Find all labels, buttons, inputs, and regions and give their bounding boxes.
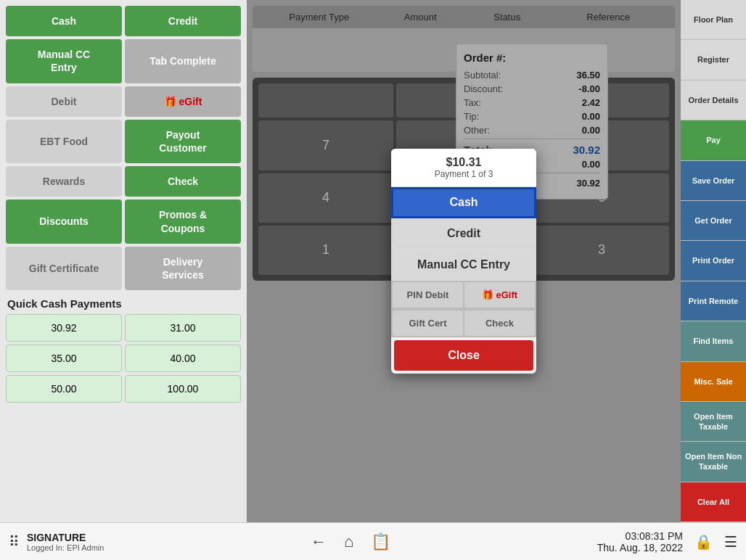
quick-cash-5000[interactable]: 50.00 (6, 375, 122, 403)
brand-name: SIGNATURE (27, 532, 104, 543)
bottom-right: 03:08:31 PM Thu. Aug. 18, 2022 🔒 ☰ (597, 530, 737, 553)
popup-row-1: PIN Debit 🎁 eGift (391, 281, 536, 309)
popup-row-2: Gift Cert Check (391, 309, 536, 337)
right-panel: Floor Plan Register Order Details Pay Sa… (681, 0, 746, 522)
quick-cash-title: Quick Cash Payments (6, 297, 241, 310)
popup-header: $10.31 Payment 1 of 3 (391, 149, 536, 187)
check-button[interactable]: Check (125, 166, 241, 197)
quick-cash-3092[interactable]: 30.92 (6, 314, 122, 342)
quick-cash-grid: 30.92 31.00 35.00 40.00 50.00 100.00 (6, 314, 241, 403)
lock-icon[interactable]: 🔒 (694, 533, 713, 551)
payment-select-popup: $10.31 Payment 1 of 3 Cash Credit Manual… (391, 149, 536, 374)
popup-gift-cert-option[interactable]: Gift Cert (393, 310, 463, 336)
debit-button[interactable]: Debit (6, 86, 122, 117)
popup-subtitle: Payment 1 of 3 (398, 169, 529, 179)
pay-button[interactable]: Pay (681, 120, 746, 160)
register-nav-button[interactable]: 📋 (371, 532, 390, 551)
discounts-button[interactable]: Discounts (6, 199, 122, 243)
back-button[interactable]: ← (311, 532, 327, 551)
credit-button[interactable]: Credit (125, 6, 241, 36)
quick-cash-3500[interactable]: 35.00 (6, 345, 122, 372)
payment-buttons-grid: Cash Credit Manual CC Entry Tab Complete… (6, 6, 241, 290)
popup-close-button[interactable]: Close (394, 340, 533, 371)
cash-button[interactable]: Cash (6, 6, 122, 36)
quick-cash-10000[interactable]: 100.00 (125, 375, 241, 403)
rewards-button[interactable]: Rewards (6, 166, 122, 197)
bottom-bar: ⠿ SIGNATURE Logged In: EPI Admin ← ⌂ 📋 0… (0, 522, 746, 560)
misc-sale-button[interactable]: Misc. Sale (681, 362, 746, 402)
home-button[interactable]: ⌂ (344, 532, 353, 551)
payout-customer-button[interactable]: Payout Customer (125, 120, 241, 163)
quick-cash-3100[interactable]: 31.00 (125, 314, 241, 342)
print-order-button[interactable]: Print Order (681, 241, 746, 281)
open-item-non-taxable-button[interactable]: Open Item Non Taxable (681, 442, 746, 482)
time-value: 03:08:31 PM (597, 530, 683, 542)
tab-complete-button[interactable]: Tab Complete (125, 39, 241, 83)
egift-button[interactable]: 🎁 eGift (125, 86, 241, 117)
promos-coupons-button[interactable]: Promos & Coupons (125, 199, 241, 243)
brand-info: SIGNATURE Logged In: EPI Admin (27, 532, 104, 552)
order-details-button[interactable]: Order Details (681, 81, 746, 120)
register-button[interactable]: Register (681, 40, 746, 80)
popup-cash-option[interactable]: Cash (391, 187, 536, 218)
quick-cash-section: Quick Cash Payments 30.92 31.00 35.00 40… (6, 297, 241, 403)
hamburger-menu-icon[interactable]: ☰ (724, 533, 737, 551)
popup-check-option[interactable]: Check (464, 310, 535, 336)
ebt-food-button[interactable]: EBT Food (6, 120, 122, 163)
popup-egift-option[interactable]: 🎁 eGift (464, 282, 535, 308)
save-order-button[interactable]: Save Order (681, 161, 746, 201)
find-items-button[interactable]: Find Items (681, 321, 746, 361)
print-remote-button[interactable]: Print Remote (681, 281, 746, 321)
delivery-services-button[interactable]: Delivery Services (125, 247, 241, 290)
bottom-left: ⠿ SIGNATURE Logged In: EPI Admin (9, 532, 104, 552)
manual-cc-button[interactable]: Manual CC Entry (6, 39, 122, 83)
open-item-taxable-button[interactable]: Open Item Taxable (681, 402, 746, 442)
popup-credit-option[interactable]: Credit (391, 218, 536, 250)
logged-in-label: Logged In: EPI Admin (27, 543, 104, 552)
clock-display: 03:08:31 PM Thu. Aug. 18, 2022 (597, 530, 683, 553)
left-panel: Cash Credit Manual CC Entry Tab Complete… (0, 0, 247, 522)
payment-select-overlay: $10.31 Payment 1 of 3 Cash Credit Manual… (247, 0, 681, 522)
popup-pin-debit-option[interactable]: PIN Debit (393, 282, 463, 308)
floor-plan-button[interactable]: Floor Plan (681, 0, 746, 40)
clear-all-button[interactable]: Clear All (681, 482, 746, 522)
get-order-button[interactable]: Get Order (681, 201, 746, 241)
quick-cash-4000[interactable]: 40.00 (125, 345, 241, 372)
popup-manual-cc-option[interactable]: Manual CC Entry (391, 250, 536, 281)
center-panel: Payment Type Amount Status Reference 7 8… (247, 0, 681, 522)
date-value: Thu. Aug. 18, 2022 (597, 542, 683, 553)
gift-certificate-button[interactable]: Gift Certificate (6, 247, 122, 290)
bottom-center: ← ⌂ 📋 (311, 532, 390, 551)
popup-amount: $10.31 (398, 156, 529, 169)
apps-icon[interactable]: ⠿ (9, 533, 20, 551)
